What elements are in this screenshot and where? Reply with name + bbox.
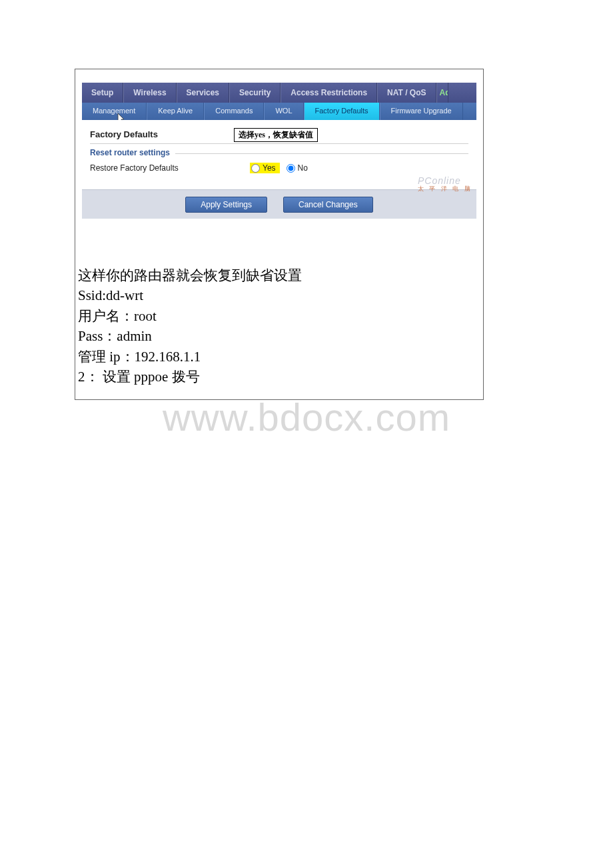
tab-services[interactable]: Services [177,83,229,103]
tab-access-restrictions[interactable]: Access Restrictions [281,83,377,103]
radio-yes-label: Yes [263,163,276,173]
button-bar: PConline 太 平 洋 电 脑 Apply Settings Cancel… [82,189,476,219]
pconline-watermark: PConline 太 平 洋 电 脑 [418,175,472,193]
subtab-commands[interactable]: Commands [204,103,264,120]
router-admin-ui: Setup Wireless Services Security Access … [82,83,476,219]
fieldset-legend: Reset router settings [90,148,175,157]
note-line-step2: 2： 设置 pppoe 拨号 [78,367,480,387]
tooltip-select-yes: 选择yes，恢复缺省值 [234,128,318,142]
subtab-firmware-upgrade[interactable]: Firmware Upgrade [380,103,463,120]
apply-settings-button[interactable]: Apply Settings [185,197,267,213]
restore-defaults-label: Restore Factory Defaults [90,163,250,173]
radio-no[interactable] [287,164,295,173]
tab-wireless[interactable]: Wireless [123,83,176,103]
document-frame: Setup Wireless Services Security Access … [75,69,484,400]
subtab-management[interactable]: Management [82,103,147,120]
subtab-factory-defaults[interactable]: Factory Defaults [304,103,380,120]
main-tab-bar: Setup Wireless Services Security Access … [82,83,476,103]
reset-router-fieldset: Reset router settings Restore Factory De… [90,149,468,180]
radio-yes[interactable] [251,164,260,173]
page-watermark: www.bdocx.com [0,395,613,439]
note-line-password: Pass：admin [78,326,480,346]
subtab-wol[interactable]: WOL [264,103,303,120]
tab-setup[interactable]: Setup [82,83,123,103]
pconline-watermark-line2: 太 平 洋 电 脑 [418,185,472,193]
note-line-1: 这样你的路由器就会恢复到缺省设置 [78,265,480,285]
radio-no-wrap[interactable]: No [287,163,308,173]
tab-nat-qos[interactable]: NAT / QoS [377,83,436,103]
note-line-username: 用户名：root [78,306,480,326]
radio-no-label: No [298,163,308,173]
tab-administration-truncated[interactable]: Ad [436,83,448,103]
cancel-changes-button[interactable]: Cancel Changes [283,197,373,213]
tab-security[interactable]: Security [229,83,281,103]
note-line-ssid: Ssid:dd-wrt [78,285,480,305]
note-line-ip: 管理 ip：192.168.1.1 [78,347,480,367]
restore-defaults-row: Restore Factory Defaults Yes No [90,157,468,180]
notes-block: 这样你的路由器就会恢复到缺省设置 Ssid:dd-wrt 用户名：root Pa… [75,225,483,399]
radio-yes-wrap[interactable]: Yes [250,163,280,173]
sub-tab-bar: Management Keep Alive Commands WOL Facto… [82,103,476,120]
subtab-keep-alive[interactable]: Keep Alive [147,103,204,120]
